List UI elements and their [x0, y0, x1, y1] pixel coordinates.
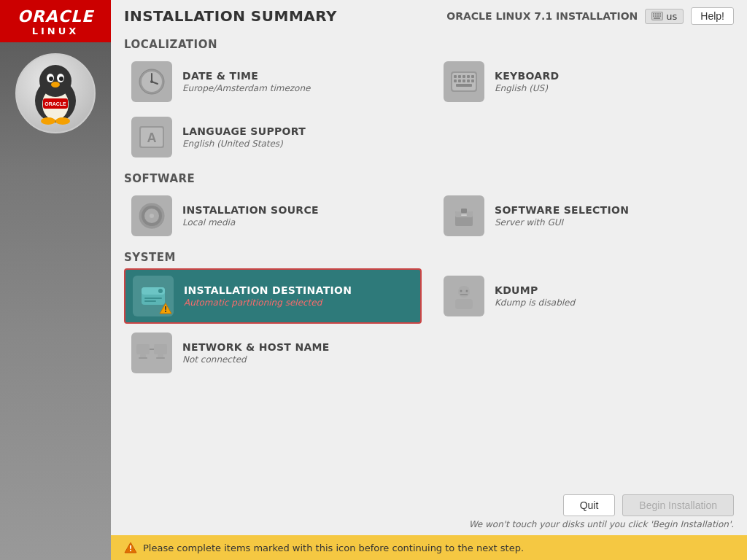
bottom-warning-bar: ! Please complete items marked with this…: [111, 535, 747, 560]
network-icon: [136, 338, 168, 368]
package-icon: [449, 201, 479, 230]
svg-rect-68: [154, 344, 167, 354]
svg-rect-32: [462, 75, 465, 78]
sidebar: ORACLE LINUX ORACLE: [0, 0, 111, 560]
software-grid: INSTALLATION SOURCE Local media SOFTWARE…: [124, 190, 734, 242]
keyboard-indicator[interactable]: us: [645, 9, 684, 24]
svg-text:!: !: [129, 545, 133, 553]
installation-destination-title: INSTALLATION DESTINATION: [184, 284, 352, 296]
installation-destination-item[interactable]: ! INSTALLATION DESTINATION Automatic par…: [124, 268, 422, 324]
header: INSTALLATION SUMMARY ORACLE LINUX 7.1 IN…: [111, 0, 747, 29]
oracle-mascot: ORACLE: [15, 53, 96, 133]
svg-text:A: A: [147, 131, 157, 145]
software-selection-title: SOFTWARE SELECTION: [495, 204, 629, 216]
svg-rect-56: [144, 298, 162, 299]
svg-rect-52: [461, 214, 467, 216]
quit-button[interactable]: Quit: [563, 494, 616, 516]
svg-rect-61: [455, 299, 473, 309]
language-title: LANGUAGE SUPPORT: [182, 125, 306, 137]
kdump-subtitle: Kdump is disabled: [495, 298, 575, 308]
date-time-subtitle: Europe/Amsterdam timezone: [182, 83, 310, 93]
install-title: ORACLE LINUX 7.1 INSTALLATION: [446, 10, 638, 22]
svg-point-11: [55, 117, 70, 125]
svg-rect-40: [456, 84, 472, 87]
svg-rect-14: [653, 13, 654, 15]
installation-source-text: INSTALLATION SOURCE Local media: [182, 204, 319, 228]
kdump-text: KDUMP Kdump is disabled: [495, 284, 575, 308]
svg-rect-39: [471, 79, 474, 82]
language-text: LANGUAGE SUPPORT English (United States): [182, 125, 306, 149]
bottom-warning-message: Please complete items marked with this i…: [143, 542, 524, 553]
installation-source-title: INSTALLATION SOURCE: [182, 204, 319, 216]
date-time-icon-box: [131, 61, 172, 102]
svg-rect-35: [454, 79, 457, 82]
section-system-label: SYSTEM: [124, 251, 734, 264]
svg-rect-31: [458, 75, 461, 78]
svg-rect-30: [454, 75, 457, 78]
footer: Quit Begin Installation We won't touch y…: [111, 489, 747, 535]
svg-point-7: [51, 82, 60, 88]
linux-text: LINUX: [32, 26, 80, 36]
language-icon-box: A: [131, 117, 172, 158]
begin-installation-button: Begin Installation: [622, 494, 734, 516]
svg-point-27: [150, 80, 153, 83]
main-content: INSTALLATION SUMMARY ORACLE LINUX 7.1 IN…: [111, 0, 747, 560]
network-hostname-item[interactable]: NETWORK & HOST NAME Not connected: [124, 327, 422, 379]
svg-rect-67: [139, 357, 147, 359]
svg-rect-69: [158, 354, 163, 357]
svg-point-6: [59, 77, 63, 81]
svg-rect-19: [655, 15, 657, 17]
installation-source-subtitle: Local media: [182, 217, 319, 228]
footer-message: We won't touch your disks until you clic…: [124, 519, 734, 529]
help-button[interactable]: Help!: [691, 7, 734, 25]
svg-rect-17: [659, 13, 661, 15]
software-selection-subtitle: Server with GUI: [495, 217, 629, 228]
keyboard-large-icon: [450, 71, 478, 93]
svg-point-10: [41, 117, 55, 125]
svg-rect-37: [462, 79, 465, 82]
date-time-text: DATE & TIME Europe/Amsterdam timezone: [182, 70, 310, 93]
keyboard-lang: us: [666, 11, 677, 22]
keyboard-item[interactable]: KEYBOARD English (US): [436, 55, 734, 108]
software-selection-item[interactable]: SOFTWARE SELECTION Server with GUI: [436, 190, 734, 242]
svg-point-47: [150, 214, 154, 218]
header-right: ORACLE LINUX 7.1 INSTALLATION us: [446, 7, 734, 25]
network-icon-box: [131, 332, 172, 373]
svg-rect-33: [467, 75, 470, 78]
keyboard-text: KEYBOARD English (US): [495, 70, 559, 93]
date-time-title: DATE & TIME: [182, 70, 310, 82]
svg-point-63: [466, 290, 468, 292]
software-selection-icon-box: [444, 195, 484, 236]
svg-rect-22: [654, 18, 660, 19]
language-support-item[interactable]: A LANGUAGE SUPPORT English (United State…: [124, 111, 422, 163]
keyboard-subtitle: English (US): [495, 83, 559, 93]
software-selection-text: SOFTWARE SELECTION Server with GUI: [495, 204, 629, 228]
scroll-area[interactable]: LOCALIZATION DATE & TIME Europe/Amsterda…: [111, 29, 747, 489]
installation-destination-text: INSTALLATION DESTINATION Automatic parti…: [184, 284, 352, 308]
svg-point-62: [460, 290, 462, 292]
keyboard-icon-box: [444, 61, 484, 102]
date-time-item[interactable]: DATE & TIME Europe/Amsterdam timezone: [124, 55, 422, 108]
svg-rect-18: [653, 15, 654, 17]
svg-rect-15: [655, 13, 657, 15]
localization-grid: DATE & TIME Europe/Amsterdam timezone: [124, 55, 734, 163]
svg-text:ORACLE: ORACLE: [44, 101, 66, 106]
network-hostname-title: NETWORK & HOST NAME: [182, 341, 330, 353]
bottom-warning-icon: !: [124, 541, 137, 554]
installation-source-item[interactable]: INSTALLATION SOURCE Local media: [124, 190, 422, 242]
svg-rect-38: [467, 79, 470, 82]
svg-rect-51: [461, 209, 467, 213]
page-title: INSTALLATION SUMMARY: [124, 7, 337, 25]
disc-icon: [137, 201, 166, 230]
language-subtitle: English (United States): [182, 139, 306, 149]
kdump-title: KDUMP: [495, 284, 575, 296]
tux-icon: ORACLE: [23, 61, 88, 126]
keyboard-title: KEYBOARD: [495, 70, 559, 82]
clock-icon: [138, 68, 166, 96]
oracle-text: ORACLE: [18, 7, 93, 26]
kdump-item[interactable]: KDUMP Kdump is disabled: [436, 268, 734, 324]
svg-rect-66: [140, 354, 146, 357]
network-hostname-subtitle: Not connected: [182, 354, 330, 365]
svg-point-55: [158, 289, 163, 293]
svg-rect-36: [458, 79, 461, 82]
